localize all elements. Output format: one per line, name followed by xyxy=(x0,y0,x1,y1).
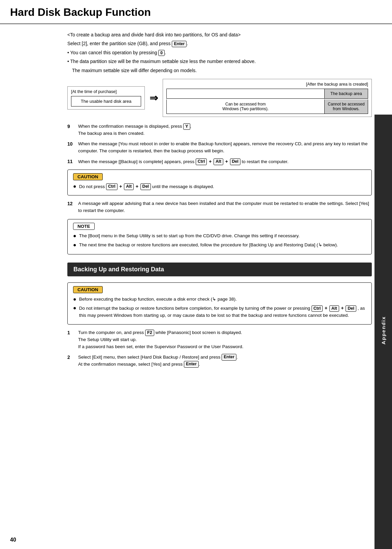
ctrl-key-1: Ctrl xyxy=(196,158,207,165)
note-item-2: ● The next time the backup or restore fu… xyxy=(73,242,366,249)
note-bullet-2: ● xyxy=(73,242,76,249)
caution-text-1: Do not press Ctrl + Alt + Del until the … xyxy=(79,183,214,190)
note-text-2: The next time the backup or restore func… xyxy=(79,242,338,249)
note-item-1: ● The [Boot] menu in the Setup Utility i… xyxy=(73,233,366,240)
disk-diagram: [At the time of purchase] The usable har… xyxy=(67,79,372,117)
diagram-right: [After the backup area is created] The b… xyxy=(163,79,372,117)
step-11: 11 When the message [[Backup] is complet… xyxy=(67,158,372,165)
step-s2-2-num: 2 xyxy=(67,354,77,361)
ctrl-key-caution: Ctrl xyxy=(106,183,118,190)
y-key-badge: Y xyxy=(183,123,190,130)
caution-text-2b: Do not interrupt the backup or restore f… xyxy=(79,305,366,319)
step-9-num: 9 xyxy=(67,123,77,130)
ctrl-key-caution2: Ctrl xyxy=(312,305,323,312)
step-11-num: 11 xyxy=(67,158,77,165)
intro-line2: Select [2], enter the partition size (GB… xyxy=(67,40,372,47)
step-10: 10 When the message [You must reboot in … xyxy=(67,141,372,155)
zero-key-badge: 0 xyxy=(158,50,165,56)
diagram-windows-not-accessible: Cannot be accessedfrom Windows. xyxy=(324,99,368,114)
intro-bullet2b: The maximum settable size will differ de… xyxy=(67,67,372,74)
note-text-1: The [Boot] menu in the Setup Utility is … xyxy=(79,233,300,240)
caution-text-2a: Before executing the backup function, ex… xyxy=(79,296,237,303)
del-key-caution: Del xyxy=(140,183,151,190)
bullet-2a: ● xyxy=(73,296,76,303)
diagram-windows-accessible: Can be accessed fromWindows (Two partiti… xyxy=(166,99,324,114)
bullet-1: ● xyxy=(73,183,76,190)
section-bar-2: Backing Up and Restoring Data xyxy=(67,263,372,276)
step-10-text: When the message [You must reboot in ord… xyxy=(78,141,372,155)
caution-header-2: CAUTION xyxy=(73,286,103,293)
step-s2-2-text: Select [Exit] menu, then select [Hard Di… xyxy=(78,354,372,368)
alt-key-caution: Alt xyxy=(124,183,134,190)
steps-section-2: 1 Turn the computer on, and press F2 whi… xyxy=(67,329,372,368)
step-12: 12 A message will appear advising that a… xyxy=(67,200,372,214)
del-key-1: Del xyxy=(230,158,240,165)
diagram-arrow: ⇒ xyxy=(150,92,158,104)
intro-line1: <To create a backup area and divide hard… xyxy=(67,31,372,38)
intro-bullet2: • The data partition size will be the ma… xyxy=(67,58,372,65)
page-number: 40 xyxy=(10,537,16,543)
alt-key-caution2: Alt xyxy=(329,305,339,312)
appendix-label: Appendix xyxy=(381,316,386,344)
diagram-usable-area-box: The usable hard disk area xyxy=(71,96,141,106)
step-12-num: 12 xyxy=(67,200,77,208)
page-title: Hard Disk Backup Function xyxy=(0,0,392,24)
steps-section-1: 9 When the confirmation message is displ… xyxy=(67,123,372,165)
step-9-text: When the confirmation message is display… xyxy=(78,123,372,137)
del-key-caution2: Del xyxy=(346,305,356,312)
step-11-text: When the message [[Backup] is complete] … xyxy=(78,158,372,165)
diagram-backup-area: The backup area xyxy=(324,89,368,99)
caution-header-1: CAUTION xyxy=(73,173,103,180)
step-12-text: A message will appear advising that a ne… xyxy=(78,200,372,214)
appendix-sidebar: Appendix xyxy=(374,115,392,549)
step-s2-1-num: 1 xyxy=(67,329,77,337)
caution-item-2b: ● Do not interrupt the backup or restore… xyxy=(73,305,366,319)
diagram-left-title: [At the time of purchase] xyxy=(71,89,141,94)
intro-text: <To create a backup area and divide hard… xyxy=(67,31,372,74)
diagram-left: [At the time of purchase] The usable har… xyxy=(67,86,145,110)
caution-box-1: CAUTION ● Do not press Ctrl + Alt + Del … xyxy=(67,170,372,196)
diagram-top-row: The backup area xyxy=(166,89,368,99)
diagram-right-title: [After the backup area is created] xyxy=(166,82,368,87)
step-9: 9 When the confirmation message is displ… xyxy=(67,123,372,137)
note-header: NOTE xyxy=(73,223,95,230)
note-bullet-1: ● xyxy=(73,233,76,240)
enter-key-s2-2: Enter xyxy=(184,361,199,368)
caution-item-2a: ● Before executing the backup function, … xyxy=(73,296,366,303)
alt-key-1: Alt xyxy=(214,158,223,165)
intro-bullet1: • You can cancel this operation by press… xyxy=(67,49,372,56)
step-s2-1: 1 Turn the computer on, and press F2 whi… xyxy=(67,329,372,350)
caution-box-2: CAUTION ● Before executing the backup fu… xyxy=(67,282,372,325)
enter-key-s2-1: Enter xyxy=(222,354,236,361)
bullet-2b: ● xyxy=(73,305,76,312)
step-s2-1-text: Turn the computer on, and press F2 while… xyxy=(78,329,372,350)
diagram-bottom-row: Can be accessed fromWindows (Two partiti… xyxy=(166,99,368,114)
step-10-num: 10 xyxy=(67,141,77,148)
diagram-accessible-area xyxy=(166,89,324,99)
enter-key-badge: Enter xyxy=(172,41,187,48)
step-s2-2: 2 Select [Exit] menu, then select [Hard … xyxy=(67,354,372,368)
caution-item-1: ● Do not press Ctrl + Alt + Del until th… xyxy=(73,183,366,190)
note-box: NOTE ● The [Boot] menu in the Setup Util… xyxy=(67,219,372,254)
f2-key-badge: F2 xyxy=(145,330,154,336)
